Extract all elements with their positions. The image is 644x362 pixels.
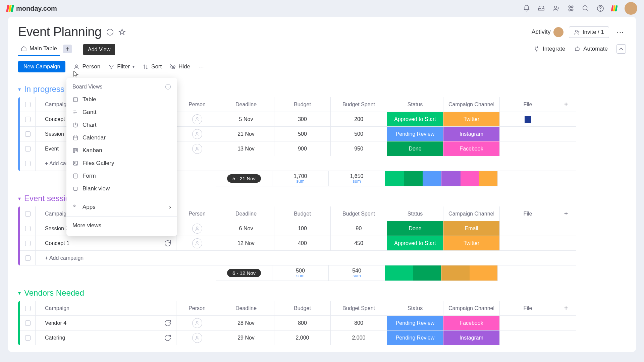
cell-person[interactable] — [176, 236, 218, 251]
cell-file[interactable] — [500, 236, 556, 251]
favorite-star-icon[interactable] — [118, 28, 126, 36]
notifications-icon[interactable] — [523, 5, 530, 12]
dropdown-item-files-gallery[interactable]: Files Gallery — [66, 157, 177, 170]
collapse-header-button[interactable] — [616, 44, 626, 54]
column-header-budget[interactable]: Budget — [274, 206, 331, 221]
column-header-file[interactable]: File — [500, 97, 556, 112]
cell-budget[interactable]: 100 — [274, 221, 331, 236]
invite-button[interactable]: Invite / 1 — [569, 26, 609, 38]
select-all-checkbox[interactable] — [20, 206, 36, 221]
column-header-budget-spent[interactable]: Budget Spent — [331, 301, 387, 316]
cell-deadline[interactable]: 13 Nov — [218, 141, 274, 156]
add-column-button[interactable]: + — [556, 97, 576, 112]
search-icon[interactable] — [582, 5, 589, 12]
updates-icon[interactable] — [164, 319, 171, 327]
cell-status[interactable]: Approved to Start — [387, 112, 443, 127]
activity-button[interactable]: Activity — [532, 27, 564, 37]
filter-button[interactable]: Filter ▾ — [108, 63, 135, 70]
cell-budget[interactable]: 2,000 — [274, 330, 331, 345]
cell-channel[interactable]: Instagram — [443, 330, 500, 345]
row-checkbox[interactable] — [20, 141, 36, 156]
dropdown-item-blank-view[interactable]: Blank view — [66, 182, 177, 195]
invite-members-icon[interactable] — [552, 5, 560, 12]
cell-status[interactable]: Done — [387, 221, 443, 236]
cell-status[interactable]: Done — [387, 141, 443, 156]
row-checkbox[interactable] — [20, 236, 36, 251]
row-checkbox[interactable] — [20, 127, 36, 141]
cell-channel[interactable]: Instagram — [443, 127, 500, 141]
cell-budget-spent[interactable]: 500 — [331, 127, 387, 141]
cell-budget-spent[interactable]: 950 — [331, 141, 387, 156]
column-header-budget[interactable]: Budget — [274, 301, 331, 316]
row-checkbox[interactable] — [20, 330, 36, 345]
cell-file[interactable] — [500, 330, 556, 345]
cell-deadline[interactable]: 5 Nov — [218, 112, 274, 127]
dropdown-item-kanban[interactable]: Kanban — [66, 144, 177, 157]
cell-budget-spent[interactable]: 2,000 — [331, 330, 387, 345]
cell-budget[interactable]: 400 — [274, 236, 331, 251]
column-header-deadline[interactable]: Deadline — [218, 206, 274, 221]
updates-icon[interactable] — [164, 334, 171, 342]
column-header-file[interactable]: File — [500, 301, 556, 316]
column-header-deadline[interactable]: Deadline — [218, 301, 274, 316]
more-options-button[interactable]: ⋯ — [614, 26, 626, 38]
inbox-icon[interactable] — [538, 5, 545, 12]
integrate-button[interactable]: Integrate — [533, 46, 565, 52]
cell-campaign-name[interactable]: Concept 1 — [36, 236, 176, 251]
cell-deadline[interactable]: 12 Nov — [218, 236, 274, 251]
cell-person[interactable] — [176, 221, 218, 236]
dropdown-item-form[interactable]: Form — [66, 170, 177, 182]
info-icon[interactable] — [106, 28, 114, 36]
new-campaign-button[interactable]: New Campaign — [18, 61, 65, 72]
cell-person[interactable] — [176, 141, 218, 156]
updates-icon[interactable] — [164, 240, 171, 247]
person-filter[interactable]: Person — [73, 63, 100, 70]
cell-person[interactable] — [176, 330, 218, 345]
automate-button[interactable]: Automate — [574, 46, 608, 52]
file-thumbnail[interactable] — [525, 116, 531, 123]
dropdown-item-apps[interactable]: Apps › — [66, 201, 177, 214]
cell-status[interactable]: Pending Review — [387, 316, 443, 330]
cell-budget-spent[interactable]: 800 — [331, 316, 387, 330]
add-campaign-row[interactable]: + Add campaign — [20, 251, 626, 265]
cell-person[interactable] — [176, 316, 218, 330]
cell-budget[interactable]: 900 — [274, 141, 331, 156]
cell-deadline[interactable]: 21 Nov — [218, 127, 274, 141]
cell-status[interactable]: Approved to Start — [387, 236, 443, 251]
product-switcher-icon[interactable] — [611, 5, 617, 11]
column-header-budget-spent[interactable]: Budget Spent — [331, 97, 387, 112]
cell-budget[interactable]: 500 — [274, 127, 331, 141]
column-header-person[interactable]: Person — [176, 301, 218, 316]
row-checkbox[interactable] — [20, 316, 36, 330]
cell-file[interactable] — [500, 127, 556, 141]
column-header-file[interactable]: File — [500, 206, 556, 221]
cell-file[interactable] — [500, 141, 556, 156]
cell-budget[interactable]: 300 — [274, 112, 331, 127]
column-header-campaign[interactable]: Campaign — [36, 301, 176, 316]
cell-channel[interactable]: Facebook — [443, 141, 500, 156]
column-header-budget[interactable]: Budget — [274, 97, 331, 112]
column-header-person[interactable]: Person — [176, 206, 218, 221]
help-icon[interactable] — [597, 5, 604, 12]
sort-button[interactable]: Sort — [143, 63, 162, 70]
more-toolbar-button[interactable]: ⋯ — [198, 63, 204, 70]
dropdown-item-gantt[interactable]: Gantt — [66, 106, 177, 119]
column-header-channel[interactable]: Campaign Channel — [443, 206, 500, 221]
cell-deadline[interactable]: 28 Nov — [218, 316, 274, 330]
dropdown-item-calendar[interactable]: Calendar — [66, 131, 177, 144]
cell-person[interactable] — [176, 112, 218, 127]
add-column-button[interactable]: + — [556, 206, 576, 221]
dropdown-item-table[interactable]: Table — [66, 93, 177, 106]
cell-budget-spent[interactable]: 200 — [331, 112, 387, 127]
brand[interactable]: monday.com — [7, 5, 57, 12]
select-all-checkbox[interactable] — [20, 97, 36, 112]
dropdown-more-views[interactable]: More views — [66, 219, 177, 232]
row-checkbox[interactable] — [20, 221, 36, 236]
cell-budget-spent[interactable]: 90 — [331, 221, 387, 236]
add-column-button[interactable]: + — [556, 301, 576, 316]
tab-main-table[interactable]: Main Table — [18, 42, 60, 56]
column-header-deadline[interactable]: Deadline — [218, 97, 274, 112]
cell-deadline[interactable]: 6 Nov — [218, 221, 274, 236]
dropdown-item-chart[interactable]: Chart — [66, 119, 177, 131]
cell-campaign-name[interactable]: Catering — [36, 330, 176, 345]
